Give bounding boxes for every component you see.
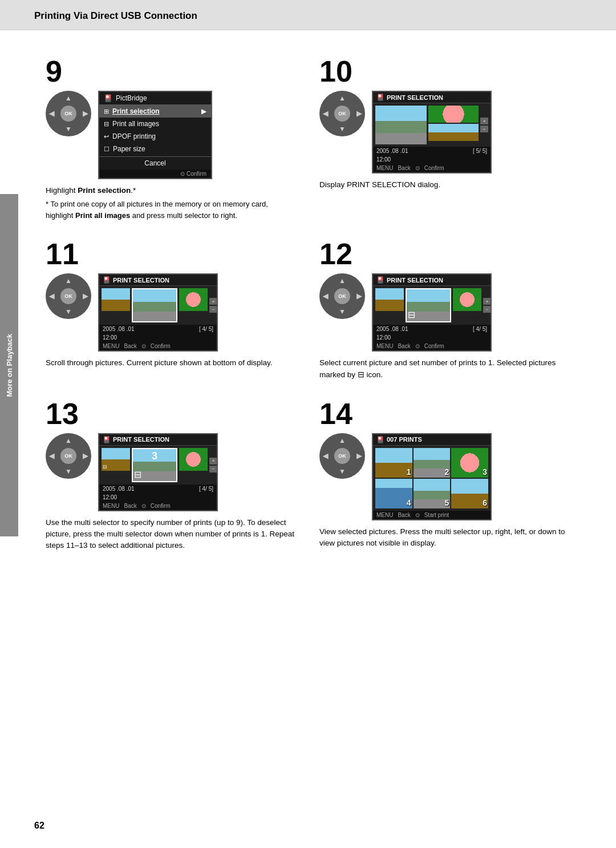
multi-selector-10: ▲ ▼ ◀ ▶ OK	[319, 91, 365, 136]
ms-center-14[interactable]: OK	[334, 448, 350, 464]
ps-time-11: 12:00	[99, 333, 217, 342]
start-print-label-14: Start print	[424, 512, 449, 518]
step-14-number: 14	[319, 399, 570, 429]
dpof-icon: ↩	[104, 133, 109, 140]
print-sel-screen-10: 🎴 PRINT SELECTION + −	[372, 91, 492, 173]
ps-title-13: 🎴 PRINT SELECTION	[99, 434, 217, 446]
ms-center-11[interactable]: OK	[60, 288, 76, 304]
ps-time-val-11: 12:00	[103, 334, 117, 341]
ps-thumb-person-12	[375, 288, 404, 311]
back-label-13: Back	[124, 503, 136, 509]
ps-bottom-11: MENU Back ⊙ Confirm	[99, 342, 217, 350]
confirm-label-12: Confirm	[424, 343, 444, 349]
ps-info-10: 2005 .08 .01 [ 5/ 5]	[373, 147, 491, 155]
ps-title-11: 🎴 PRINT SELECTION	[99, 274, 217, 286]
multi-selector-12: ▲ ▼ ◀ ▶ OK	[319, 273, 365, 319]
step-12-number: 12	[319, 239, 570, 269]
ok-icon-13: ⊙	[141, 503, 146, 509]
confirm-label-11: Confirm	[151, 343, 171, 349]
step-9-inner: ▲ ▼ ◀ ▶ OK 🎴 PictBridge	[46, 91, 297, 179]
print-num-2: 2	[445, 467, 449, 477]
ps-ctrl-minus-11[interactable]: −	[209, 306, 217, 313]
print-num-6: 6	[483, 498, 487, 507]
ps-info-12: 2005 .08 .01 [ 4/ 5]	[373, 325, 491, 333]
ps-time-12: 12:00	[373, 333, 491, 342]
ms-outer-9: ▲ ▼ ◀ ▶ OK	[46, 91, 91, 136]
ps-ctrl-minus-13[interactable]: −	[209, 466, 217, 473]
ps-bottom-10: MENU Back ⊙ Confirm	[373, 164, 491, 172]
step-11-inner: ▲ ▼ ◀ ▶ OK 🎴 PRINT SELECTION	[46, 273, 297, 352]
multi-selector-11: ▲ ▼ ◀ ▶ OK	[46, 273, 91, 319]
ok-label-10: OK	[338, 111, 346, 116]
print-sel-screen-13: 🎴 PRINT SELECTION ⊟ 3 ⊟ +	[98, 433, 218, 511]
print-selection-icon: ⊞	[104, 108, 109, 115]
ok-icon-12: ⊙	[415, 343, 420, 349]
side-tab: More on Playback	[0, 194, 18, 536]
menu-label-12: MENU	[376, 343, 393, 349]
ps-bottom-13: MENU Back ⊙ Confirm	[99, 502, 217, 510]
step-10-inner: ▲ ▼ ◀ ▶ OK 🎴 PRINT SELECTION	[319, 91, 570, 173]
ps-frame-12: [ 4/ 5]	[473, 326, 487, 332]
ms-arrow-right-10: ▶	[356, 110, 362, 118]
menu-item-dpof[interactable]: ↩ DPOF printing	[99, 130, 211, 143]
ms-arrow-bottom-13: ▼	[65, 467, 72, 475]
menu-label-11: MENU	[103, 343, 119, 349]
step-13-desc: Use the multi selector to specify number…	[46, 517, 297, 552]
ms-center-10[interactable]: OK	[334, 106, 350, 122]
ps-ctrl-plus-10[interactable]: +	[480, 118, 488, 124]
step-12-desc: Select current picture and set number of…	[319, 357, 570, 381]
ps-controls-13: + −	[209, 448, 217, 482]
pictbridge-icon: 🎴	[104, 94, 112, 102]
step-9: 9 ▲ ▼ ◀ ▶ OK 🎴	[34, 47, 308, 230]
ps-title-label-10: PRINT SELECTION	[387, 94, 443, 101]
step-13-number: 13	[46, 399, 297, 429]
multi-selector-9: ▲ ▼ ◀ ▶ OK	[46, 91, 91, 136]
step-12-inner: ▲ ▼ ◀ ▶ OK 🎴 PRINT SELECTION	[319, 273, 570, 352]
menu-item-cancel[interactable]: Cancel	[99, 156, 211, 169]
ms-arrow-top-9: ▲	[65, 94, 72, 102]
ms-arrow-top-12: ▲	[339, 277, 346, 285]
step-11-desc: Scroll through pictures. Current picture…	[46, 357, 297, 369]
ok-label-14: OK	[338, 453, 346, 459]
ps-ctrl-minus-10[interactable]: −	[480, 126, 488, 132]
ps-ctrl-plus-11[interactable]: +	[209, 298, 217, 305]
ps-thumb-flower-13	[179, 448, 208, 471]
ok-icon-10: ⊙	[415, 165, 420, 171]
print-num-5: 5	[445, 498, 449, 507]
ps-images-11: + −	[99, 286, 217, 325]
ps-ctrl-plus-12[interactable]: +	[483, 298, 491, 305]
ps-bottom-12: MENU Back ⊙ Confirm	[373, 342, 491, 350]
ps-time-13: 12:00	[99, 493, 217, 502]
step-12: 12 ▲ ▼ ◀ ▶ OK 🎴 PRIN	[308, 230, 582, 390]
print-icon-person-13: ⊟	[103, 464, 107, 470]
ms-arrow-right-14: ▶	[356, 452, 362, 460]
menu-item-print-selection[interactable]: ⊞ Print selection ▶	[99, 105, 211, 118]
ps-controls-11: + −	[209, 288, 217, 322]
ps-thumb-person-11	[102, 288, 130, 311]
ms-outer-10: ▲ ▼ ◀ ▶ OK	[319, 91, 365, 136]
ps-time-val-12: 12:00	[376, 334, 391, 341]
ps-thumb-2-10	[428, 124, 479, 141]
ps-main-thumb-12: ⊟	[406, 288, 451, 322]
page-number: 62	[34, 821, 44, 831]
ps-ctrl-minus-12[interactable]: −	[483, 306, 491, 313]
count-num-13: 3	[152, 450, 157, 462]
print-thumb-3: 3	[451, 448, 488, 478]
menu-item-label-2: DPOF printing	[112, 132, 156, 140]
confirm-label-10: Confirm	[424, 165, 444, 171]
ps-ctrl-plus-13[interactable]: +	[209, 458, 217, 465]
ok-label-9: OK	[64, 111, 72, 116]
pictbridge-label: PictBridge	[116, 94, 147, 102]
prints-title-icon-14: 🎴	[376, 436, 384, 443]
ms-center-9[interactable]: OK	[60, 106, 76, 122]
ms-arrow-bottom-9: ▼	[65, 125, 72, 133]
ps-title-icon-12: 🎴	[376, 276, 384, 284]
menu-item-print-all[interactable]: ⊟ Print all images	[99, 118, 211, 130]
ms-center-12[interactable]: OK	[334, 288, 350, 304]
ps-title-label-11: PRINT SELECTION	[113, 277, 169, 284]
ps-date-13: 2005 .08 .01	[103, 486, 135, 492]
ms-center-13[interactable]: OK	[60, 448, 76, 464]
ms-arrow-left-11: ◀	[49, 292, 54, 300]
ms-arrow-bottom-14: ▼	[339, 467, 346, 475]
menu-item-paper[interactable]: ☐ Paper size	[99, 143, 211, 155]
